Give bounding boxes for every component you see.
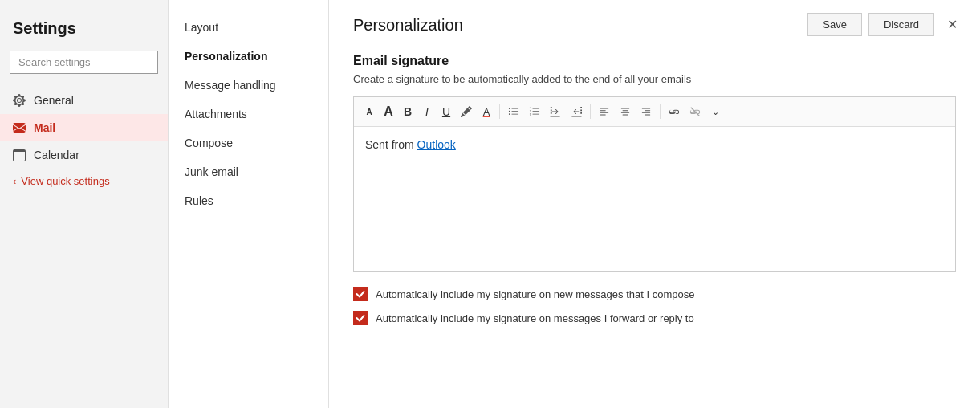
sidebar: Settings General Mail Calendar ‹ Vie (0, 0, 169, 408)
sidebar-item-mail-label: Mail (34, 121, 55, 134)
quick-settings-label: View quick settings (21, 175, 109, 187)
numbered-list-button[interactable] (525, 102, 544, 121)
align-center-button[interactable] (616, 102, 635, 121)
align-left-button[interactable] (595, 102, 614, 121)
compose-signature-label: Automatically include my signature on ne… (376, 288, 694, 300)
mid-nav-item-rules[interactable]: Rules (169, 186, 328, 215)
highlight-button[interactable] (457, 102, 476, 121)
sidebar-item-mail[interactable]: Mail (0, 114, 168, 141)
sidebar-item-calendar[interactable]: Calendar (0, 141, 168, 169)
gear-icon (13, 94, 26, 107)
sidebar-item-general-label: General (34, 94, 74, 107)
signature-editor: A A B I U A (353, 96, 956, 272)
search-input[interactable] (10, 51, 158, 74)
mid-nav-item-personalization[interactable]: Personalization (169, 42, 328, 71)
editor-link-outlook[interactable]: Outlook (417, 138, 456, 151)
forward-reply-signature-checkbox[interactable] (353, 311, 368, 325)
italic-button[interactable]: I (418, 102, 436, 121)
indent-increase-button[interactable] (567, 102, 586, 121)
sidebar-item-general[interactable]: General (0, 87, 168, 114)
view-quick-settings[interactable]: ‹ View quick settings (0, 169, 168, 194)
discard-button[interactable]: Discard (868, 13, 934, 36)
mid-nav-item-attachments[interactable]: Attachments (169, 100, 328, 129)
email-signature-title: Email signature (353, 54, 956, 68)
mid-nav-item-message-handling[interactable]: Message handling (169, 71, 328, 100)
insert-link-button[interactable] (665, 102, 684, 121)
editor-toolbar: A A B I U A (354, 97, 955, 127)
mid-nav-item-layout[interactable]: Layout (169, 13, 328, 42)
checkbox-row-compose: Automatically include my signature on ne… (353, 287, 956, 301)
app-title: Settings (0, 13, 168, 51)
mid-nav-item-compose[interactable]: Compose (169, 129, 328, 157)
close-button[interactable]: ✕ (941, 14, 964, 35)
indent-decrease-button[interactable] (546, 102, 565, 121)
compose-signature-checkbox[interactable] (353, 287, 368, 301)
align-right-button[interactable] (636, 102, 656, 121)
font-size-large-button[interactable]: A (380, 102, 397, 121)
font-color-button[interactable]: A (478, 102, 495, 121)
bullet-list-button[interactable] (504, 102, 523, 121)
sidebar-item-calendar-label: Calendar (34, 149, 79, 161)
underline-button[interactable]: U (437, 102, 455, 121)
main-content: Save Discard ✕ Personalization Email sig… (329, 0, 980, 408)
email-signature-desc: Create a signature to be automatically a… (353, 73, 956, 85)
mid-nav-item-junk-email[interactable]: Junk email (169, 157, 328, 186)
chevron-left-icon: ‹ (13, 175, 16, 187)
remove-link-button[interactable] (685, 102, 705, 121)
middle-nav: Layout Personalization Message handling … (169, 0, 329, 408)
forward-reply-signature-label: Automatically include my signature on me… (376, 312, 694, 324)
toolbar-divider-3 (660, 104, 661, 119)
toolbar-divider-2 (590, 104, 591, 119)
save-button[interactable]: Save (807, 13, 862, 36)
top-bar: Save Discard ✕ (807, 13, 964, 36)
checkbox-row-forward-reply: Automatically include my signature on me… (353, 311, 956, 325)
bold-button[interactable]: B (399, 102, 417, 121)
svg-line-0 (691, 108, 700, 116)
search-box[interactable] (10, 51, 158, 74)
toolbar-divider-1 (499, 104, 500, 119)
calendar-icon (13, 149, 26, 161)
editor-text-prefix: Sent from (365, 138, 417, 151)
more-options-button[interactable]: ⌄ (706, 102, 724, 121)
mail-icon (13, 121, 26, 134)
editor-body[interactable]: Sent from Outlook (354, 127, 955, 271)
email-signature-section: Email signature Create a signature to be… (353, 54, 956, 325)
font-size-small-button[interactable]: A (360, 102, 378, 121)
